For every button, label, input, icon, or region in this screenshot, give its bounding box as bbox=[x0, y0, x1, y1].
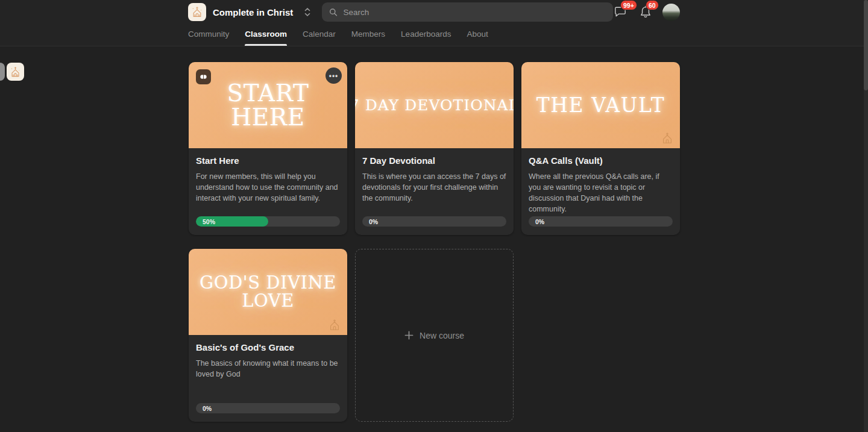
course-card-qa-vault[interactable]: THE VAULT Q&A Calls (Vault) Where all th… bbox=[521, 62, 680, 235]
notifications-button[interactable]: 60 bbox=[637, 4, 654, 20]
main-nav: Community Classroom Calendar Members Lea… bbox=[188, 23, 488, 46]
community-logo[interactable] bbox=[188, 3, 206, 21]
tab-leaderboards[interactable]: Leaderboards bbox=[401, 24, 451, 46]
course-card-body: Q&A Calls (Vault) Where all the previous… bbox=[521, 148, 680, 235]
course-cover: THE VAULT bbox=[521, 62, 680, 148]
chat-button[interactable]: 99+ bbox=[612, 4, 629, 20]
community-name: Complete in Christ bbox=[213, 7, 293, 17]
cover-title: START HERE bbox=[197, 81, 339, 130]
progress-label: 0% bbox=[203, 403, 212, 413]
course-card-body: Basic's of God's Grace The basics of kno… bbox=[189, 335, 347, 422]
tab-about[interactable]: About bbox=[467, 24, 488, 46]
tab-classroom[interactable]: Classroom bbox=[245, 24, 287, 46]
edge-community-tile-partial[interactable] bbox=[0, 63, 5, 81]
search-input[interactable] bbox=[344, 8, 606, 17]
course-card-start-here[interactable]: ••• START HERE Start Here For new member… bbox=[189, 62, 347, 235]
course-card-body: Start Here For new members, this will he… bbox=[189, 148, 347, 235]
church-watermark-icon bbox=[328, 318, 341, 331]
community-switcher-button[interactable] bbox=[301, 5, 313, 19]
tab-calendar[interactable]: Calendar bbox=[303, 24, 336, 46]
progress-bar: 0% bbox=[529, 216, 673, 227]
user-avatar[interactable] bbox=[662, 4, 680, 21]
cover-title: GOD'S DIVINE LOVE bbox=[197, 274, 339, 310]
top-header: Complete in Christ 99+ bbox=[0, 0, 868, 46]
scrollbar-thumb[interactable] bbox=[864, 0, 868, 90]
church-watermark-icon bbox=[661, 131, 674, 145]
header-action-icons: 99+ 60 bbox=[612, 0, 680, 24]
header-top-row: Complete in Christ bbox=[188, 0, 868, 24]
chevron-up-down-icon bbox=[304, 7, 311, 17]
search-icon bbox=[329, 8, 338, 17]
course-cover: ••• START HERE bbox=[189, 62, 347, 148]
course-grid: ••• START HERE Start Here For new member… bbox=[189, 62, 680, 422]
search-bar[interactable] bbox=[322, 2, 613, 22]
course-title: Start Here bbox=[196, 155, 340, 166]
tab-members[interactable]: Members bbox=[351, 24, 385, 46]
cover-title: THE VAULT bbox=[536, 95, 665, 116]
course-cover: GOD'S DIVINE LOVE bbox=[189, 249, 347, 335]
course-menu-button[interactable]: ••• bbox=[326, 67, 342, 84]
course-description: Where all the previous Q&A calls are, if… bbox=[529, 171, 673, 215]
chat-count-badge: 99+ bbox=[620, 0, 637, 10]
brain-icon bbox=[200, 73, 207, 81]
course-card-gods-grace[interactable]: GOD'S DIVINE LOVE Basic's of God's Grace… bbox=[189, 249, 347, 422]
progress-bar: 0% bbox=[362, 216, 506, 227]
new-course-label: New course bbox=[420, 331, 464, 340]
course-title: Basic's of God's Grace bbox=[196, 342, 340, 352]
tab-community[interactable]: Community bbox=[188, 24, 229, 46]
course-level-badge bbox=[196, 69, 211, 84]
course-description: This is where you can access the 7 days … bbox=[362, 171, 506, 204]
course-cover: 7 DAY DEVOTIONAL bbox=[355, 62, 514, 148]
progress-label: 0% bbox=[535, 216, 544, 227]
progress-bar: 0% bbox=[196, 403, 340, 413]
edge-community-tile-church[interactable] bbox=[7, 63, 24, 81]
progress-label: 0% bbox=[369, 216, 378, 227]
course-title: Q&A Calls (Vault) bbox=[529, 155, 673, 166]
new-course-button[interactable]: New course bbox=[355, 249, 514, 422]
course-card-body: 7 Day Devotional This is where you can a… bbox=[355, 148, 514, 235]
notification-count-badge: 60 bbox=[646, 0, 659, 10]
course-title: 7 Day Devotional bbox=[362, 155, 506, 166]
church-icon bbox=[10, 66, 21, 78]
plus-icon bbox=[404, 331, 414, 340]
course-description: For new members, this will help you unde… bbox=[196, 171, 340, 204]
course-description: The basics of knowing what it means to b… bbox=[196, 358, 340, 380]
progress-label: 50% bbox=[203, 216, 215, 227]
course-card-7-day-devotional[interactable]: 7 DAY DEVOTIONAL 7 Day Devotional This i… bbox=[355, 62, 514, 235]
church-icon bbox=[191, 6, 203, 18]
progress-bar: 50% bbox=[196, 216, 340, 227]
cover-title: 7 DAY DEVOTIONAL bbox=[355, 98, 514, 113]
vertical-scrollbar[interactable] bbox=[864, 0, 868, 432]
